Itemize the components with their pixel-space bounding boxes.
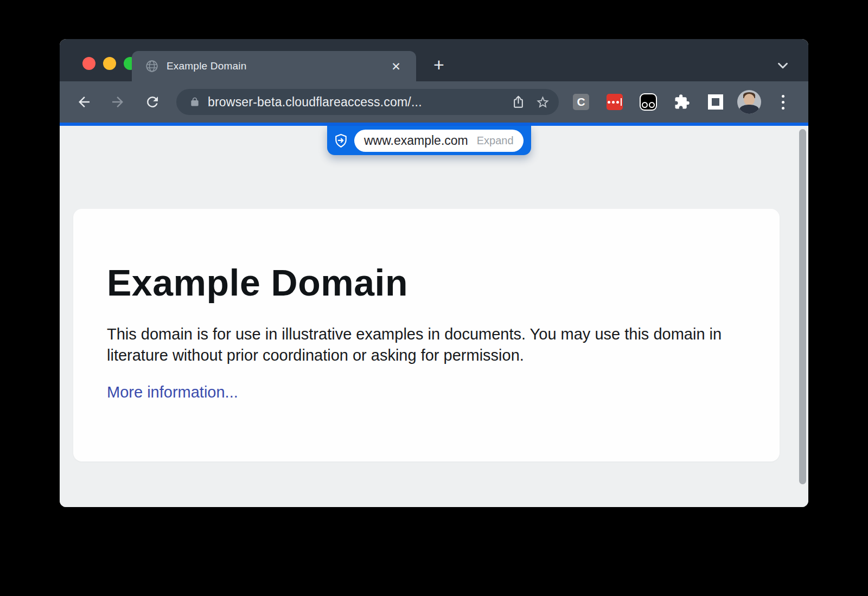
browser-toolbar: browser-beta.cloudflareaccess.com/... C [60,81,808,123]
tab-title: Example Domain [167,60,387,72]
extensions-puzzle-icon[interactable] [674,94,690,110]
browser-menu-icon[interactable] [782,95,784,110]
address-bar[interactable]: browser-beta.cloudflareaccess.com/... [176,89,559,115]
expand-button[interactable]: Expand [477,134,514,147]
new-tab-button[interactable]: + [426,52,451,77]
page-title: Example Domain [107,263,746,302]
vertical-scrollbar-thumb[interactable] [799,129,806,484]
profile-avatar[interactable] [737,90,761,114]
reload-button[interactable] [144,94,161,110]
close-window-button[interactable] [82,57,95,70]
window-controls [82,57,137,70]
shield-arrow-icon [334,133,348,148]
tab-strip: Example Domain ✕ + [60,39,808,81]
tab-search-chevron-icon[interactable] [775,57,791,74]
extension-c-icon[interactable]: C [573,94,589,110]
forward-button[interactable] [110,94,126,110]
extension-toolbar: C [564,81,800,123]
bookmark-star-icon[interactable] [535,95,550,110]
lock-icon[interactable] [189,97,200,107]
example-domain-card: Example Domain This domain is for use in… [73,209,780,462]
page-paragraph: This domain is for use in illustrative e… [107,324,731,366]
isolation-site-badge[interactable]: www.example.com Expand [327,126,531,155]
page-viewport: www.example.com Expand Example Domain Th… [60,126,808,507]
browser-window: Example Domain ✕ + browser-beta.cloudfla… [60,39,808,507]
browser-tab[interactable]: Example Domain ✕ [132,51,416,81]
url-text: browser-beta.cloudflareaccess.com/... [208,95,511,110]
back-button[interactable] [76,94,92,110]
share-icon[interactable] [511,95,526,110]
password-manager-extension-icon[interactable] [607,94,623,110]
minimize-window-button[interactable] [103,57,116,70]
dark-circles-extension-icon[interactable] [640,93,657,111]
isolated-site-domain: www.example.com [364,133,468,148]
tab-close-icon[interactable]: ✕ [387,57,405,75]
side-panel-icon[interactable] [708,94,723,110]
more-information-link[interactable]: More information... [107,383,238,401]
globe-favicon-icon [145,59,159,73]
isolated-site-pill[interactable]: www.example.com Expand [354,130,524,152]
